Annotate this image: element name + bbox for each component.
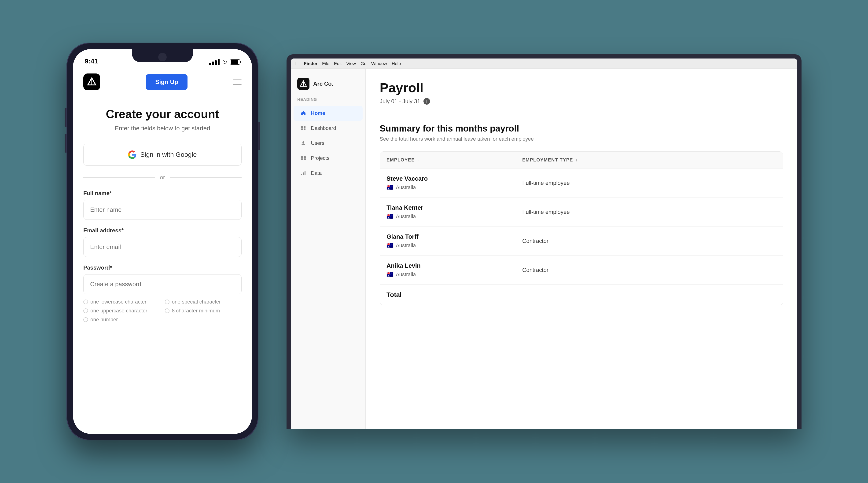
sidebar-users-label: Users xyxy=(311,140,324,146)
sidebar-home-label: Home xyxy=(311,110,325,116)
hint-lowercase-text: one lowercase character xyxy=(90,299,147,305)
dashboard-icon xyxy=(300,125,307,131)
password-input[interactable] xyxy=(83,274,242,294)
sidebar-section-label: HEADING xyxy=(291,97,365,106)
employee-country-2: 🇦🇺 Australia xyxy=(386,242,509,249)
table-row: Giana Torff 🇦🇺 Australia Contractor xyxy=(380,227,783,256)
flag-icon-3: 🇦🇺 xyxy=(386,271,394,278)
svg-rect-6 xyxy=(301,128,303,130)
password-label: Password* xyxy=(83,264,242,271)
payroll-title: Payroll xyxy=(380,80,783,95)
google-signin-button[interactable]: Sign in with Google xyxy=(83,144,242,166)
employee-country-0: 🇦🇺 Australia xyxy=(386,184,509,191)
svg-rect-12 xyxy=(304,158,306,160)
info-icon[interactable]: i xyxy=(424,98,430,105)
sidebar-item-users[interactable]: Users xyxy=(293,136,363,151)
payroll-date: July 01 - July 31 xyxy=(380,98,420,105)
divider: or xyxy=(83,174,242,181)
td-employee-3: Anika Levin 🇦🇺 Australia xyxy=(380,256,516,284)
sidebar-logo xyxy=(297,78,309,90)
apple-menu-icon[interactable]:  xyxy=(296,61,297,67)
sidebar-item-home[interactable]: Home xyxy=(293,106,363,121)
volume-down-button xyxy=(65,134,66,153)
menubar-view[interactable]: View xyxy=(346,61,356,66)
td-employment-0: Full-time employee xyxy=(516,173,783,193)
email-input[interactable] xyxy=(83,237,242,257)
hint-number-text: one number xyxy=(90,317,118,323)
svg-rect-10 xyxy=(304,156,306,158)
sidebar-item-data[interactable]: Data xyxy=(293,166,363,181)
hint-special: one special character xyxy=(165,299,242,305)
status-icons: ☉ xyxy=(209,59,240,65)
hint-min-chars-text: 8 character minimum xyxy=(172,308,220,314)
summary-section: Summary for this months payroll See the … xyxy=(366,112,797,305)
table-header: EMPLOYEE ↓ EMPLOYMENT TYPE ↓ xyxy=(380,152,783,168)
sidebar-item-dashboard[interactable]: Dashboard xyxy=(293,121,363,136)
laptop-frame:  Finder File Edit View Go Window Help xyxy=(286,54,802,429)
email-field-group: Email address* xyxy=(83,227,242,257)
hint-circle-uppercase xyxy=(83,309,88,313)
payroll-header: Payroll July 01 - July 31 i xyxy=(366,69,797,112)
mac-menubar:  Finder File Edit View Go Window Help xyxy=(291,59,797,69)
sidebar: Arc Co. HEADING Home xyxy=(291,69,366,429)
hint-special-text: one special character xyxy=(172,299,221,305)
phone-nav: Sign Up xyxy=(73,68,252,96)
menubar-file[interactable]: File xyxy=(322,61,329,66)
th-employee[interactable]: EMPLOYEE ↓ xyxy=(380,152,516,168)
signup-button[interactable]: Sign Up xyxy=(146,74,187,90)
td-employment-2: Contractor xyxy=(516,231,783,251)
home-icon xyxy=(300,110,307,117)
svg-rect-9 xyxy=(301,156,303,158)
td-employee-2: Giana Torff 🇦🇺 Australia xyxy=(380,227,516,255)
country-label-1: Australia xyxy=(396,214,416,220)
hint-uppercase-text: one uppercase character xyxy=(90,308,147,314)
employee-country-1: 🇦🇺 Australia xyxy=(386,213,509,220)
svg-rect-11 xyxy=(301,158,303,160)
battery-icon xyxy=(230,59,240,65)
signal-icon xyxy=(209,59,220,65)
form-subheading: Enter the fields below to get started xyxy=(83,125,242,132)
camera-cutout xyxy=(158,53,167,61)
th-employment-label: EMPLOYMENT TYPE xyxy=(522,157,573,163)
hamburger-menu-icon[interactable] xyxy=(233,79,242,85)
summary-subtitle: See the total hours work and annual leav… xyxy=(380,136,783,142)
svg-rect-5 xyxy=(304,126,306,128)
form-heading: Create your account xyxy=(83,107,242,121)
svg-rect-4 xyxy=(301,126,303,128)
form-area: Create your account Enter the fields bel… xyxy=(73,96,252,323)
email-label: Email address* xyxy=(83,227,242,234)
hint-circle-number xyxy=(83,317,88,322)
phone-notch xyxy=(132,49,193,62)
payroll-table: EMPLOYEE ↓ EMPLOYMENT TYPE ↓ xyxy=(380,152,783,305)
password-field-group: Password* one lowercase character one sp… xyxy=(83,264,242,323)
hint-min-chars: 8 character minimum xyxy=(165,308,242,314)
total-row: Total xyxy=(380,285,783,305)
country-label-2: Australia xyxy=(396,243,416,249)
phone-content: Sign Up Create your account Enter the fi… xyxy=(73,68,252,434)
th-employment-type[interactable]: EMPLOYMENT TYPE ↓ xyxy=(516,152,783,168)
menubar-finder[interactable]: Finder xyxy=(304,61,317,66)
menubar-help[interactable]: Help xyxy=(392,61,401,66)
fullname-field-group: Full name* xyxy=(83,190,242,220)
hint-uppercase: one uppercase character xyxy=(83,308,160,314)
app-layout: Arc Co. HEADING Home xyxy=(291,69,797,429)
fullname-input[interactable] xyxy=(83,200,242,220)
td-employment-3: Contractor xyxy=(516,260,783,280)
phone-screen: 9:41 ☉ xyxy=(73,49,252,434)
status-time: 9:41 xyxy=(85,58,98,65)
menubar-edit[interactable]: Edit xyxy=(334,61,342,66)
svg-rect-15 xyxy=(305,171,306,175)
total-label: Total xyxy=(386,291,402,299)
volume-up-button xyxy=(65,108,66,127)
hint-circle-min-chars xyxy=(165,309,169,313)
menubar-window[interactable]: Window xyxy=(371,61,387,66)
sidebar-brand-name: Arc Co. xyxy=(313,80,333,87)
sidebar-data-label: Data xyxy=(311,170,322,176)
google-logo-icon xyxy=(128,151,136,159)
sidebar-item-projects[interactable]: Projects xyxy=(293,151,363,166)
td-employment-1: Full-time employee xyxy=(516,202,783,222)
menubar-go[interactable]: Go xyxy=(361,61,366,66)
employee-sort-icon: ↓ xyxy=(417,158,420,162)
table-row: Anika Levin 🇦🇺 Australia Contractor xyxy=(380,256,783,285)
hint-number: one number xyxy=(83,317,160,323)
